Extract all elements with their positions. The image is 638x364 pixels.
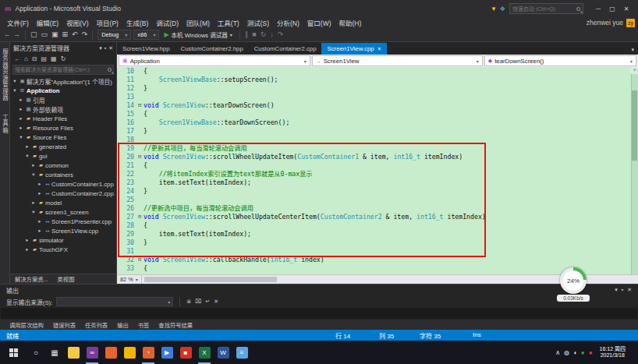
editor-tab[interactable]: Screen1View.hpp [117, 43, 175, 55]
antivirus-icon[interactable]: ● [581, 349, 585, 356]
volume-icon[interactable]: ◖ [573, 349, 577, 356]
tree-expander-icon[interactable]: ▸ [37, 190, 43, 196]
start-debugging-button[interactable]: ▶ 本机 Windows 调试器 ▾ [161, 30, 234, 39]
navigate-forward-icon[interactable]: → [13, 31, 20, 38]
open-file-icon[interactable]: ▭ [41, 31, 48, 38]
code-line[interactable]: 21{ [117, 161, 638, 170]
wrap-icon[interactable]: ↵ [205, 299, 210, 305]
pause-icon[interactable]: ∥ [245, 31, 249, 38]
tree-item[interactable]: ▸▰common [10, 161, 116, 170]
orange-app-icon[interactable] [101, 341, 120, 364]
tree-expander-icon[interactable]: ▾ [24, 153, 30, 159]
signed-in-user[interactable]: zhenwei yue [587, 19, 623, 27]
back-icon[interactable]: ← [14, 55, 20, 62]
menu-item[interactable]: 工具(T) [214, 18, 243, 27]
visual-studio-icon[interactable]: ∞ [83, 341, 101, 364]
tree-item[interactable]: ▸▦引用 [10, 95, 116, 104]
tree-expander-icon[interactable]: ▸ [37, 181, 43, 187]
close-icon[interactable]: ✕ [377, 46, 381, 52]
feedback-filter-icon[interactable]: ▼ [491, 5, 497, 12]
word-icon[interactable]: W [214, 341, 232, 364]
platform-dropdown[interactable]: x86 ▾ [133, 30, 159, 40]
pin-icon[interactable]: ▪ [622, 287, 623, 293]
tree-item[interactable]: ▾▰gui [10, 151, 116, 161]
tree-expander-icon[interactable]: ▾ [18, 134, 24, 140]
notepad-icon[interactable]: ≡ [232, 341, 251, 364]
editor-tab[interactable]: CustomContainer2.cpp [249, 43, 322, 55]
send-feedback-icon[interactable]: ❖ [500, 5, 505, 12]
quick-launch-input[interactable] [512, 6, 576, 12]
delete-icon[interactable]: ✕ [214, 299, 218, 305]
tree-expander-icon[interactable]: ▸ [18, 97, 24, 103]
code-line[interactable]: 27⊟void Screen1View::scrollWheelUpdateCe… [117, 213, 638, 221]
tree-expander-icon[interactable]: ▸ [37, 228, 43, 234]
code-line[interactable]: 23 item.setText(itemIndex); [117, 178, 638, 187]
type-dropdown[interactable]: → Screen1View ▾ [312, 55, 483, 66]
tree-item[interactable]: ▾▣解决方案"Application"(1 个项目) [10, 76, 116, 86]
tree-item[interactable]: ▾▰Source Files [10, 133, 116, 142]
tree-item[interactable]: ▸++CustomContainer2.cpp [10, 189, 116, 198]
sidebar-tab[interactable]: 解决方案资... [10, 275, 53, 283]
code-line[interactable]: 32⊟void Screen1View::callbackHandle(int1… [117, 256, 638, 264]
menu-item[interactable]: 视图(V) [62, 18, 92, 27]
code-line[interactable]: 16 Screen1ViewBase::tearDownScreen(); [117, 118, 638, 127]
menu-item[interactable]: 调试(D) [152, 18, 183, 27]
solution-search-box[interactable] [12, 65, 114, 75]
find-message-icon[interactable]: ≣ [186, 299, 191, 305]
minimize-button[interactable]: ─ [591, 5, 605, 12]
stop-icon[interactable]: ■ [252, 31, 256, 38]
red-app-icon[interactable]: ■ [176, 341, 195, 364]
tree-expander-icon[interactable]: ▾ [12, 87, 18, 94]
redo-icon[interactable]: ↷ [82, 31, 88, 38]
code-line[interactable]: 14⊟void Screen1View::tearDownScreen() [117, 101, 638, 110]
network-icon[interactable]: ◍ [564, 349, 569, 356]
tree-expander-icon[interactable]: ▸ [30, 162, 37, 168]
save-all-icon[interactable]: ⊞ [62, 31, 69, 38]
tree-item[interactable]: ▸▰model [10, 198, 116, 207]
tree-item[interactable]: ▾▰screen1_screen [10, 207, 116, 217]
undo-icon[interactable]: ↶ [72, 31, 78, 38]
code-line[interactable]: 28{ [117, 221, 638, 230]
code-editor[interactable]: 10{11 Screen1ViewBase::setupScreen();12}… [117, 67, 638, 274]
tree-expander-icon[interactable]: ▸ [30, 200, 37, 206]
panel-tab[interactable]: 调用层次结构 [5, 321, 48, 329]
tree-expander-icon[interactable]: ▸ [24, 237, 30, 243]
home-icon[interactable]: ⌂ [24, 55, 28, 62]
code-line[interactable]: 12} [117, 84, 638, 93]
menu-item[interactable]: 测试(S) [243, 18, 273, 27]
speed-widget[interactable]: 24% 0.03Kb/s [557, 267, 590, 302]
taskbar-clock[interactable]: 16:12 周四 2021/3/18 [597, 346, 629, 359]
tray-expand-icon[interactable]: ∧ [555, 349, 560, 356]
menu-item[interactable]: 项目(P) [93, 18, 122, 27]
side-tool-tab[interactable]: 服务器资源管理器 [1, 48, 9, 101]
member-dropdown[interactable]: ◆ tearDownScreen() ▾ [484, 55, 636, 66]
user-avatar[interactable]: zy [626, 19, 635, 27]
code-line[interactable]: 17} [117, 127, 638, 136]
start-button[interactable] [0, 341, 27, 364]
editor-tab[interactable]: CustomContainer2.hpp [175, 43, 249, 55]
project-dropdown[interactable]: ▣ Application ▾ [119, 55, 310, 66]
code-line[interactable]: 18 [117, 136, 638, 144]
tree-item[interactable]: ▸▰Resource Files [10, 123, 116, 133]
pin-icon[interactable]: ▪ [105, 45, 106, 51]
collapse-all-icon[interactable]: ⊟ [32, 55, 37, 62]
cortana-search-icon[interactable]: ○ [27, 348, 45, 357]
task-view-icon[interactable]: ▦ [45, 348, 64, 357]
code-line[interactable]: 30} [117, 239, 638, 247]
tree-expander-icon[interactable]: ▸ [24, 246, 30, 253]
vertical-scrollbar[interactable] [631, 67, 638, 274]
panel-tab[interactable]: 查找符号结果 [154, 321, 197, 329]
code-line[interactable]: 26//更新选中项目，每当滑轮滚动会调用 [117, 204, 638, 213]
tree-expander-icon[interactable]: ▸ [18, 125, 24, 131]
solution-config-dropdown[interactable]: Debug ▾ [97, 30, 131, 40]
tree-expander-icon[interactable]: ▸ [18, 106, 24, 112]
panel-tab[interactable]: 错误列表 [48, 321, 80, 329]
tree-item[interactable]: ▸▰generated [10, 142, 116, 151]
menu-item[interactable]: 编辑(E) [33, 18, 62, 27]
tree-item[interactable]: ▸++Screen1View.cpp [10, 226, 116, 235]
tree-item[interactable]: ▾⊞Application [10, 86, 116, 95]
editor-tab[interactable]: Screen1View.cpp✕ [321, 43, 387, 55]
scrollbar-thumb[interactable] [632, 90, 637, 161]
tree-expander-icon[interactable]: ▾ [30, 209, 37, 215]
fold-marker-icon[interactable]: ⊟ [136, 256, 144, 264]
